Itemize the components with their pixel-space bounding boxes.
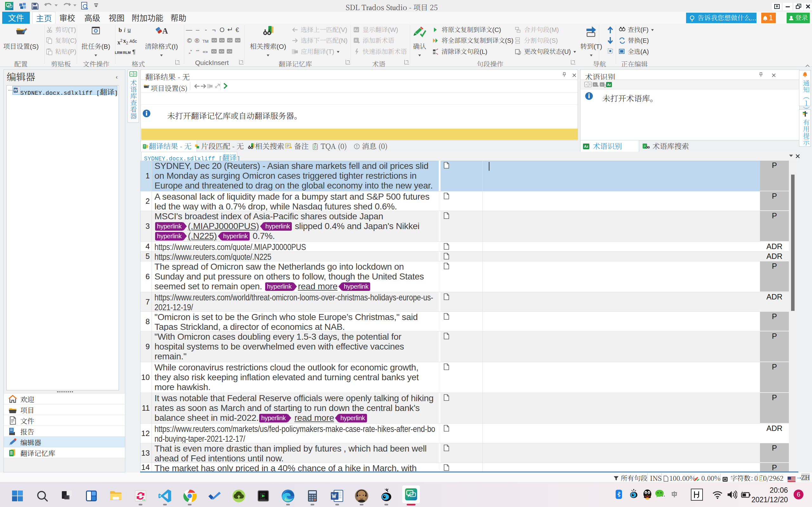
svg-text:<>: <> <box>228 38 232 42</box>
svg-text:A: A <box>586 83 588 86</box>
svg-text:A: A <box>355 39 357 42</box>
svg-text:A: A <box>594 83 596 86</box>
svg-text:<>: <> <box>219 49 223 53</box>
svg-text:<>: <> <box>212 38 216 42</box>
svg-text:A: A <box>644 145 646 148</box>
svg-text:A: A <box>131 72 132 76</box>
svg-text:<>: <> <box>236 38 240 42</box>
svg-text:Az: Az <box>607 83 611 87</box>
svg-text:A: A <box>162 26 168 35</box>
svg-text:A: A <box>601 83 603 86</box>
svg-text:<>: <> <box>212 49 216 53</box>
svg-text:<>: <> <box>220 38 224 42</box>
svg-text:<>: <> <box>227 49 232 53</box>
svg-text:W: W <box>14 88 18 93</box>
svg-text:Az: Az <box>584 145 589 148</box>
svg-text:Az: Az <box>354 28 358 32</box>
